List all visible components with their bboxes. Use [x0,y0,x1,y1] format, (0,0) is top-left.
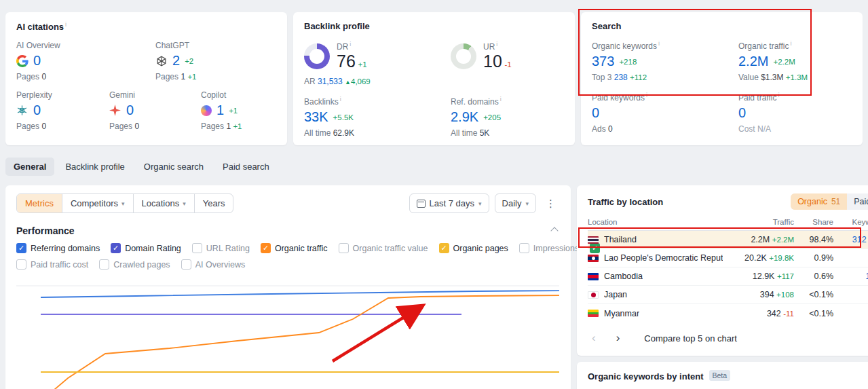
keywords-link[interactable]: 16 [865,272,868,281]
table-header: Location Traffic Share Keywords [588,218,868,231]
gemini-value[interactable]: 0 [126,103,134,118]
perplexity-metric: Perplexity 0 Pages 0 [16,90,109,131]
chatgpt-icon [155,55,168,67]
paid-traffic-value[interactable]: 0 [738,105,746,121]
checkbox[interactable] [439,243,449,253]
ai-citations-row1: AI Overview 0 Pages 0 ChatGPT 2 +2 Pages… [16,41,276,81]
checkbox[interactable] [590,243,600,253]
ai-citations-title: AI citations [16,22,64,32]
ref-domains-label: Ref. domains [451,97,499,107]
next-page-icon[interactable]: › [612,331,624,345]
checkbox[interactable] [16,259,26,270]
info-icon: i [350,41,351,48]
metric-paid-traffic-cost[interactable]: Paid traffic cost [16,259,88,270]
backlinks-row: Backlinksi 33K+5.5K All time 62.9K Ref. … [304,96,564,138]
years-button[interactable]: Years [195,194,233,212]
competitors-dropdown[interactable]: Competitors▾ [62,194,134,212]
paid-toggle[interactable]: Paid0 [847,193,868,210]
organic-traffic-metric: Organic traffici 2.2M+2.2M Value $1.3M +… [738,40,852,82]
date-range-dropdown[interactable]: Last 7 days▾ [409,193,489,213]
table-row-japan[interactable]: Japan 394 +108 <0.1% 5 +3 [588,286,868,304]
dr-label: DR [337,42,348,52]
location-name: Thailand [604,235,637,244]
ai-overview-value[interactable]: 0 [33,53,41,69]
top3-value[interactable]: 238 [614,73,628,82]
prev-page-icon[interactable]: ‹ [588,331,600,345]
ur-value: 10 [483,52,502,71]
metric-referring-domains[interactable]: Referring domains [16,243,100,253]
paid-keywords-label: Paid keywords [592,93,645,103]
share-value: 0.9% [794,253,833,263]
table-row-thailand[interactable]: Thailand 2.2M +2.2M 98.4% 312 +214 [588,231,868,249]
ur-block: URi 10 -1 [451,41,564,86]
metric-crawled-pages[interactable]: Crawled pages [99,259,170,270]
metric-impressions[interactable]: Impressions [519,243,579,253]
metric-organic-traffic[interactable]: Organic traffic [261,243,328,253]
organic-keywords-value[interactable]: 373 [592,54,614,69]
toolbar-right: Last 7 days▾ Daily▾ ⋮ [409,193,560,213]
metric-organic-pages[interactable]: Organic pages [439,243,508,253]
traffic-change: -11 [783,310,794,318]
search-row1: Organic keywordsi 373+218 Top 3 238 +112… [592,40,852,82]
collapse-chevron-icon[interactable] [550,227,558,234]
checkbox[interactable] [181,259,191,270]
compare-top5-link[interactable]: Compare top 5 on chart [644,333,737,344]
tab-general[interactable]: General [5,158,54,176]
tab-paid-search[interactable]: Paid search [214,158,278,176]
kebab-menu-icon[interactable]: ⋮ [542,195,560,212]
chatgpt-value[interactable]: 2 [172,53,180,69]
checkbox[interactable] [16,243,26,253]
metric-ai-overviews[interactable]: AI Overviews [181,259,246,270]
table-row-laos[interactable]: Lao People's Democratic Reput 20.2K +19.… [588,249,868,267]
chevron-down-icon: ▾ [525,200,529,207]
locations-dropdown[interactable]: Locations▾ [134,194,195,212]
table-row-myanmar[interactable]: Myanmar 342 -11 <0.1% 3 [588,304,868,322]
column-keywords[interactable]: Keywords [833,218,868,226]
info-icon: i [646,92,647,98]
up-triangle-icon: ▲ [345,79,351,86]
ref-domains-value[interactable]: 2.9K [451,109,478,125]
column-location[interactable]: Location [588,218,723,226]
checkbox[interactable] [261,243,271,253]
paid-keywords-value[interactable]: 0 [592,105,599,121]
ar-value[interactable]: 31,533 [318,77,343,86]
google-icon [16,55,29,67]
checkbox[interactable] [339,243,349,253]
traffic-change: +117 [777,272,794,280]
column-traffic[interactable]: Traffic [723,218,794,226]
paid-traffic-metric: Paid traffici 0 Cost N/A [738,92,852,134]
traffic-value: 20.2K [744,253,767,263]
tab-backlink-profile[interactable]: Backlink profile [57,158,132,176]
traffic-value: 342 [767,309,781,318]
metric-organic-traffic-value[interactable]: Organic traffic value [339,243,428,253]
rating-row: DRi 76 +1 AR 31,533 ▲4,069 URi 10 -1 [304,41,564,86]
checkbox[interactable] [99,259,109,270]
checkbox[interactable] [111,243,121,253]
backlinks-value[interactable]: 33K [304,109,328,125]
gemini-pages: Pages 0 [109,122,201,131]
backlinks-metric: Backlinksi 33K+5.5K All time 62.9K [304,96,451,138]
metrics-button[interactable]: Metrics [17,194,62,212]
keywords-link[interactable]: 312 [852,235,867,244]
granularity-dropdown[interactable]: Daily▾ [495,193,536,213]
backlink-profile-title: Backlink profile [304,21,370,31]
checkbox[interactable] [192,243,202,253]
organic-traffic-value[interactable]: 2.2M [738,54,768,69]
info-icon: i [658,40,660,47]
column-share[interactable]: Share [794,218,833,226]
cost-line: Cost N/A [738,124,852,134]
organic-toggle[interactable]: Organic51 [791,193,847,210]
line-chart[interactable] [16,278,559,389]
traffic-value: 394 [760,290,774,299]
chevron-down-icon: ▾ [183,200,186,207]
copilot-value[interactable]: 1 [216,103,224,118]
search-card: Search Organic keywordsi 373+218 Top 3 2… [581,12,863,145]
chatgpt-pages: Pages 1 +1 [155,72,276,81]
checkbox[interactable] [519,243,529,253]
location-name: Japan [604,290,627,299]
tab-organic-search[interactable]: Organic search [136,158,212,176]
metric-domain-rating[interactable]: Domain Rating [111,243,181,253]
perplexity-value[interactable]: 0 [33,103,41,118]
table-row-cambodia[interactable]: Cambodia 12.9K +117 0.6% 16 +5 [588,267,868,286]
metric-url-rating[interactable]: URL Rating [192,243,250,253]
